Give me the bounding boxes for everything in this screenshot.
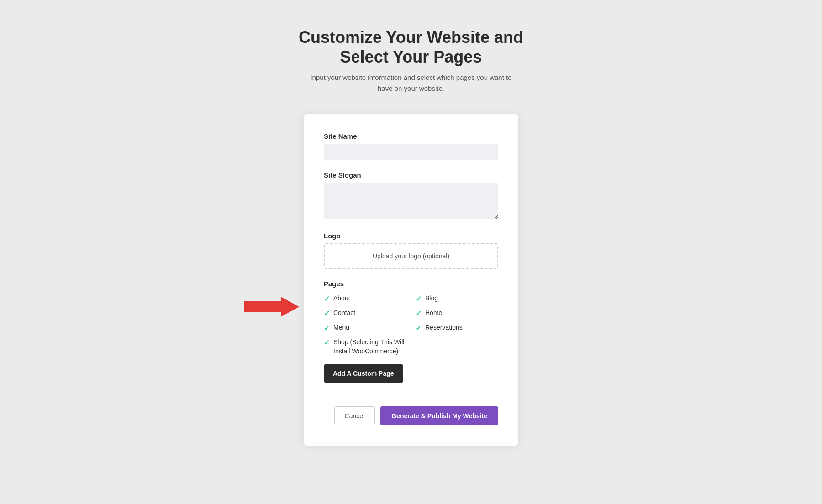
- page-name-menu: Menu: [333, 323, 349, 332]
- check-icon-about: ✓: [324, 294, 330, 303]
- page-item-menu[interactable]: ✓ Menu: [324, 323, 406, 332]
- check-icon-contact: ✓: [324, 309, 330, 318]
- page-subtitle: Input your website information and selec…: [306, 72, 516, 94]
- site-name-input[interactable]: [324, 144, 498, 160]
- page-name-blog: Blog: [425, 294, 438, 303]
- page-item-reservations[interactable]: ✓ Reservations: [416, 323, 498, 332]
- check-icon-shop: ✓: [324, 338, 330, 347]
- page-item-shop[interactable]: ✓ Shop (Selecting This Will Install WooC…: [324, 338, 406, 356]
- page-name-about: About: [333, 294, 350, 303]
- page-item-blog[interactable]: ✓ Blog: [416, 294, 498, 303]
- page-title: Customize Your Website and Select Your P…: [299, 27, 523, 67]
- page-heading: Customize Your Website and Select Your P…: [299, 27, 523, 94]
- check-icon-menu: ✓: [324, 324, 330, 332]
- logo-group: Logo Upload your logo (optional): [324, 232, 498, 269]
- page-name-home: Home: [425, 309, 442, 318]
- site-slogan-input[interactable]: [324, 183, 498, 219]
- form-card: Site Name Site Slogan Logo Upload your l…: [304, 114, 518, 445]
- page-name-contact: Contact: [333, 309, 355, 318]
- page-item-contact[interactable]: ✓ Contact: [324, 309, 406, 318]
- page-name-reservations: Reservations: [425, 323, 463, 332]
- pages-grid: ✓ About ✓ Blog ✓ Contact ✓ Home ✓ Menu ✓…: [324, 294, 498, 356]
- site-name-label: Site Name: [324, 132, 498, 140]
- site-slogan-group: Site Slogan: [324, 171, 498, 221]
- logo-label: Logo: [324, 232, 498, 240]
- logo-upload-text: Upload your logo (optional): [373, 252, 449, 260]
- cancel-button[interactable]: Cancel: [334, 406, 375, 425]
- check-icon-reservations: ✓: [416, 324, 422, 332]
- add-custom-page-button[interactable]: Add A Custom Page: [324, 364, 403, 383]
- page-name-shop: Shop (Selecting This Will Install WooCom…: [333, 338, 406, 356]
- arrow-indicator: [244, 296, 299, 318]
- generate-publish-button[interactable]: Generate & Publish My Website: [380, 406, 498, 425]
- form-footer: Cancel Generate & Publish My Website: [324, 406, 498, 425]
- site-slogan-label: Site Slogan: [324, 171, 498, 179]
- page-item-home[interactable]: ✓ Home: [416, 309, 498, 318]
- pages-label: Pages: [324, 280, 498, 288]
- check-icon-blog: ✓: [416, 294, 422, 303]
- page-item-about[interactable]: ✓ About: [324, 294, 406, 303]
- check-icon-home: ✓: [416, 309, 422, 318]
- pages-group: Pages ✓ About ✓ Blog ✓ Contact ✓ Home ✓ …: [324, 280, 498, 395]
- logo-upload-area[interactable]: Upload your logo (optional): [324, 243, 498, 269]
- site-name-group: Site Name: [324, 132, 498, 160]
- svg-marker-0: [244, 297, 299, 317]
